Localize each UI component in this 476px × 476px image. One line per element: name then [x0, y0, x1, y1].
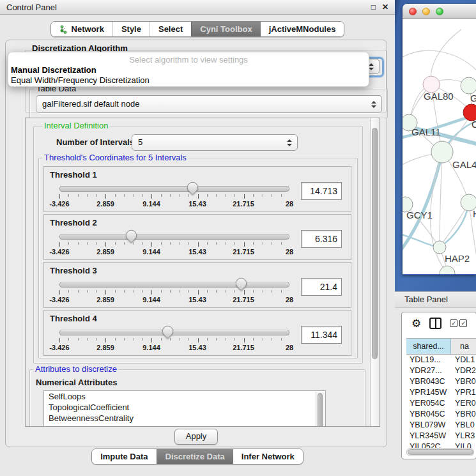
threshold-2-label: Threshold 2: [50, 218, 97, 227]
table-rows: YDL19...YDL1 YDR27...YDR2 YBR043CYBR0 YP…: [406, 355, 476, 452]
zoom-traffic-light[interactable]: [436, 8, 443, 15]
tab-cyni-toolbox[interactable]: Cyni Toolbox: [191, 22, 260, 36]
column-header-shared-name[interactable]: shared...: [406, 339, 451, 354]
panel-title: Control Panel: [6, 3, 365, 12]
threshold-3-slider[interactable]: -3.426 2.859 9.144 15.43 21.715 28: [59, 277, 289, 305]
threshold-1-slider[interactable]: -3.426 2.859 9.144 15.43 21.715 28: [59, 181, 289, 209]
tab-impute-data[interactable]: Impute Data: [92, 449, 156, 464]
tab-jactivemnodules[interactable]: jActiveMNodules: [261, 22, 344, 36]
close-traffic-light[interactable]: [409, 8, 417, 15]
table-data-combobox[interactable]: galFiltered.sif default node: [36, 95, 382, 113]
table-row[interactable]: YPR145WYPR1: [406, 387, 476, 398]
network-window: GAL80 GA C GAL11 GAL4 GCY1 H HAP2: [403, 4, 476, 275]
slider-thumb[interactable]: [123, 227, 139, 243]
threshold-4-value[interactable]: 11.344: [301, 326, 342, 344]
slider-ticks-major: [59, 338, 290, 342]
node-label-gal80: GAL80: [424, 91, 454, 102]
slider-track[interactable]: [59, 330, 289, 335]
checkbox-icons[interactable]: ✓ ✓: [450, 319, 467, 327]
threshold-3-value[interactable]: 21.4: [301, 278, 342, 296]
apply-button[interactable]: Apply: [174, 429, 218, 445]
table-row[interactable]: YLR345WYLR3: [406, 431, 476, 441]
slider-ticks-major: [59, 290, 290, 295]
slider-ticks-major: [59, 194, 290, 199]
slider-tick-labels: -3.426 2.859 9.144 15.43 21.715 28: [59, 200, 289, 208]
threshold-2-value[interactable]: 6.316: [301, 230, 342, 248]
tab-discretize-data[interactable]: Discretize Data: [157, 449, 233, 464]
table-row[interactable]: YBL079WYBL0: [406, 420, 476, 431]
threshold-1-label: Threshold 1: [50, 170, 97, 180]
slider-thumb[interactable]: [160, 323, 176, 339]
table-panel: ⚙ ✓ ✓ shared... na YDL19...YDL1 YDR27...…: [401, 312, 476, 459]
gear-icon[interactable]: ⚙: [411, 318, 421, 329]
network-node-hap2[interactable]: [433, 241, 446, 254]
popup-item-manual-discretization[interactable]: Manual Discretization: [8, 65, 369, 75]
table-row[interactable]: YDR27...YDR2: [406, 365, 476, 376]
settings-scrollbar-thumb[interactable]: [372, 128, 378, 359]
table-horizontal-scrollbar-thumb[interactable]: [408, 449, 473, 455]
number-of-intervals-combobox[interactable]: 5: [132, 134, 298, 151]
table-panel-title: Table Panel: [404, 295, 448, 304]
threshold-1-value[interactable]: 14.713: [301, 182, 342, 200]
table-row[interactable]: YDL19...YDL1: [406, 355, 476, 365]
threshold-4-slider[interactable]: -3.426 2.859 9.144 15.43 21.715 28: [59, 325, 289, 353]
list-item[interactable]: TopologicalCoefficient: [44, 402, 325, 413]
network-node-gal4[interactable]: [431, 141, 453, 163]
settings-scrollpane: Interval Definition Number of Intervals …: [25, 118, 380, 427]
list-scrollbar-thumb[interactable]: [318, 393, 323, 427]
table-data-value: galFiltered.sif default node: [36, 96, 381, 112]
network-window-frame: GAL80 GA C GAL11 GAL4 GCY1 H HAP2: [395, 0, 476, 291]
slider-tick-labels: -3.426 2.859 9.144 15.43 21.715 28: [59, 248, 289, 256]
right-side-area: GAL80 GA C GAL11 GAL4 GCY1 H HAP2 Table …: [395, 0, 476, 476]
attributes-group-title: Attributes to discretize: [33, 365, 119, 374]
table-header-row: shared... na: [406, 338, 476, 355]
combo-arrows-icon: [287, 139, 292, 146]
minimize-traffic-light[interactable]: [422, 8, 430, 15]
network-node[interactable]: [461, 77, 476, 94]
tab-select[interactable]: Select: [150, 22, 191, 36]
cyni-bottom-tabbar: Impute Data Discretize Data Infer Networ…: [0, 449, 395, 464]
table-row[interactable]: YBR045CYBR0: [406, 409, 476, 420]
threshold-2-slider[interactable]: -3.426 2.859 9.144 15.43 21.715 28: [59, 229, 289, 257]
network-icon: [59, 25, 68, 34]
node-label-gal11: GAL11: [411, 127, 441, 137]
slider-thumb[interactable]: [234, 275, 249, 291]
network-window-titlebar[interactable]: [403, 4, 476, 19]
slider-track[interactable]: [59, 282, 289, 288]
column-header-name[interactable]: na: [451, 339, 476, 354]
tab-network-label: Network: [72, 24, 104, 34]
thresholds-group-title: Threshold's Coordinates for 5 Intervals: [42, 153, 188, 162]
close-icon[interactable]: ✕: [382, 3, 388, 12]
slider-tick-labels: -3.426 2.859 9.144 15.43 21.715 28: [59, 296, 289, 303]
control-panel-window: Control Panel □ ✕ Network Style Select C…: [0, 0, 395, 476]
list-item[interactable]: BetweennessCentrality: [44, 413, 325, 424]
table-row[interactable]: YER054CYER0: [406, 398, 476, 409]
network-node[interactable]: [440, 266, 455, 274]
list-item[interactable]: SelfLoops: [44, 391, 325, 402]
settings-scrollbar[interactable]: [370, 118, 380, 426]
node-label-clipped: C: [472, 119, 476, 130]
slider-thumb[interactable]: [185, 180, 200, 195]
slider-track[interactable]: [59, 186, 289, 192]
checkbox-icon[interactable]: ✓: [450, 319, 457, 327]
float-window-icon[interactable]: □: [371, 3, 376, 12]
list-scrollbar[interactable]: [316, 392, 325, 427]
network-canvas[interactable]: GAL80 GA C GAL11 GAL4 GCY1 H HAP2: [403, 19, 476, 274]
tab-network[interactable]: Network: [51, 22, 112, 36]
tab-style[interactable]: Style: [112, 22, 150, 36]
cyni-toolbox-panel: Discretization Algorithm Table Data galF…: [5, 40, 387, 447]
table-row[interactable]: YBR043CYBR0: [406, 376, 476, 387]
threshold-3-panel: Threshold 3 -3.426 2.859 9.144 15.43 21.…: [43, 262, 351, 308]
slider-track[interactable]: [59, 234, 289, 240]
numerical-attributes-list[interactable]: SelfLoops TopologicalCoefficient Between…: [43, 390, 326, 427]
popup-placeholder: Select algorithm to view settings: [8, 55, 369, 65]
table-horizontal-scrollbar[interactable]: [406, 448, 474, 456]
combo-arrows-icon: [371, 101, 376, 108]
control-panel-tabbar: Network Style Select Cyni Toolbox jActiv…: [0, 21, 395, 37]
tab-infer-network[interactable]: Infer Network: [233, 449, 303, 464]
popup-item-equal-width-frequency[interactable]: Equal Width/Frequency Discretization: [8, 75, 369, 86]
algorithm-dropdown-popup: Select algorithm to view settings Manual…: [8, 52, 369, 87]
split-columns-icon[interactable]: [429, 318, 441, 329]
checkbox-icon[interactable]: ✓: [459, 319, 467, 327]
node-label-hap2: HAP2: [445, 253, 470, 264]
